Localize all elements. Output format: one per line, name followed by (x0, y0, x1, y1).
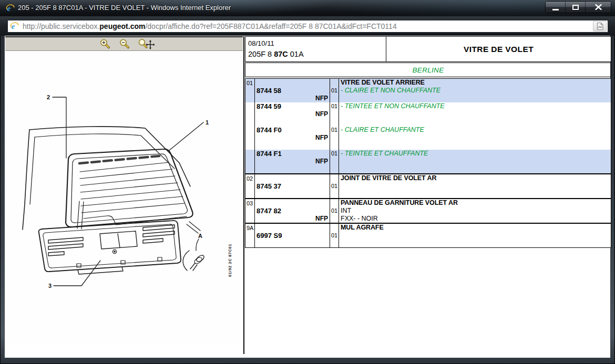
zoom-in-button[interactable] (99, 38, 111, 50)
part-description-2: FXX- - NOIR (339, 215, 611, 223)
parts-group: 028745 3701JOINT DE VITRE DE VOLET AR (245, 174, 611, 199)
parts-group: 038747 82NFP01PANNEAU DE GARNITURE VOLET… (245, 199, 611, 223)
part-diagram[interactable]: 2 1 3 A 01/92 2C 87C01 (5, 51, 243, 345)
browser-window: e 205 - 205F 8 87C01A - VITRE DE VOLET -… (0, 0, 615, 364)
ie-logo-icon: e (6, 4, 15, 13)
group-id: 01 (245, 79, 254, 87)
part-description: - TEINTEE ET NON CHAUFFANTE (339, 102, 611, 110)
part-description: INT (339, 207, 611, 215)
url-path: /docpr/affiche.do?ref=205F887C01A&refaff… (145, 22, 396, 30)
part-qty: 01 (330, 150, 339, 158)
part-qty: 01 (330, 232, 339, 240)
image-toolbar (5, 36, 243, 51)
reference-prefix: 205F 8 (248, 50, 274, 58)
variant-bar: BERLINE (245, 63, 611, 77)
zoom-pan-button[interactable] (138, 38, 155, 50)
close-icon (595, 4, 602, 10)
group-id: 02 (245, 174, 254, 182)
part-number: 8744 58 (255, 87, 330, 95)
document-date: 08/10/11 (248, 38, 386, 48)
group-label: VITRE DE VOLET ARRIERE (339, 79, 611, 87)
callout-3-label: 3 (48, 283, 52, 289)
url-prefix: http://public.servicebox. (23, 22, 99, 30)
part-row: 028745 3701JOINT DE VITRE DE VOLET AR (245, 174, 611, 198)
part-description: - CLAIRE ET CHAUFFANTE (339, 126, 611, 134)
window-title: 205 - 205F 8 87C01A - VITRE DE VOLET - W… (18, 4, 231, 12)
nfp-flag: NFP (255, 134, 330, 142)
part-qty: 01 (330, 182, 339, 190)
url-text: http://public.servicebox.peugeot.com/doc… (23, 22, 593, 30)
compatibility-view-button[interactable] (593, 21, 607, 32)
part-description: - TEINTEE ET CHAUFFANTE (339, 150, 611, 158)
zoom-in-icon (99, 38, 111, 50)
broken-page-icon (596, 22, 604, 30)
group-id: 9A (245, 224, 254, 232)
maximize-button[interactable] (566, 2, 586, 13)
close-button[interactable] (586, 2, 611, 13)
document-meta: 08/10/11 205F 8 87C 01A (245, 37, 386, 61)
callout-2-label: 2 (47, 94, 50, 100)
part-number: 8744 F1 (255, 150, 330, 158)
group-label: JOINT DE VITRE DE VOLET AR (339, 174, 611, 182)
part-qty: 01 (330, 207, 339, 215)
part-qty: 01 (330, 126, 339, 134)
parts-groups: 018744 58NFP01VITRE DE VOLET ARRIERE- CL… (245, 78, 611, 248)
reference-plate: 87C (274, 50, 288, 58)
callout-a-label: A (198, 233, 202, 239)
title-bar: e 205 - 205F 8 87C01A - VITRE DE VOLET -… (0, 0, 615, 16)
part-number: 8744 59 (255, 102, 330, 110)
group-label: PANNEAU DE GARNITURE VOLET AR (339, 199, 611, 207)
callout-1-label: 1 (206, 119, 209, 126)
part-row: 8744 F0NFP01- CLAIRE ET CHAUFFANTE (245, 126, 611, 150)
parts-group: 9A6997 S901MUL AGRAFE (245, 223, 611, 248)
plate-code-vertical-label: 01/92 2C 87C01 (228, 244, 232, 277)
address-bar: e http://public.servicebox.peugeot.com/d… (0, 16, 615, 36)
document-title-cell: VITRE DE VOLET (386, 37, 611, 61)
part-row: 8744 F1NFP01- TEINTEE ET CHAUFFANTE (245, 150, 611, 173)
page-title: VITRE DE VOLET (464, 45, 534, 54)
group-label: MUL AGRAFE (339, 224, 611, 232)
panel-divider (243, 36, 244, 354)
variant-label: BERLINE (413, 66, 444, 74)
group-id: 03 (245, 199, 254, 207)
url-domain: peugeot.com (99, 22, 145, 30)
parts-group: 018744 58NFP01VITRE DE VOLET ARRIERE- CL… (245, 78, 611, 174)
minimize-button[interactable] (546, 2, 566, 13)
nfp-flag: NFP (255, 158, 330, 165)
part-number: 8745 37 (255, 182, 330, 190)
document-reference: 205F 8 87C 01A (248, 48, 386, 60)
nfp-flag: NFP (255, 215, 330, 223)
page-content: 2 1 3 A 01/92 2C 87C01 08/10/11 205F 8 8… (4, 36, 611, 358)
part-number: 8747 82 (255, 207, 330, 215)
reference-suffix: 01A (288, 50, 304, 58)
nfp-flag: NFP (255, 110, 330, 118)
zoom-out-button[interactable] (118, 38, 131, 50)
part-qty: 01 (330, 102, 339, 110)
part-row: 018744 58NFP01VITRE DE VOLET ARRIERE- CL… (245, 79, 611, 102)
minimize-icon (552, 9, 559, 11)
zoom-out-icon (119, 38, 130, 50)
part-description: - CLAIRE ET NON CHAUFFANTE (339, 87, 611, 95)
window-controls (545, 1, 611, 13)
part-qty: 01 (330, 87, 339, 95)
page-favicon-ie-icon: e (10, 22, 19, 31)
part-row: 8744 59NFP01- TEINTEE ET NON CHAUFFANTE (245, 102, 611, 126)
address-input[interactable]: e http://public.servicebox.peugeot.com/d… (7, 20, 608, 33)
part-row: 9A6997 S901MUL AGRAFE (245, 224, 611, 247)
nfp-flag: NFP (255, 95, 330, 102)
zoom-pan-icon (138, 38, 155, 50)
parts-panel: 08/10/11 205F 8 87C 01A VITRE DE VOLET B… (245, 36, 611, 248)
document-header: 08/10/11 205F 8 87C 01A VITRE DE VOLET (245, 36, 611, 62)
part-row: 038747 82NFP01PANNEAU DE GARNITURE VOLET… (245, 199, 611, 223)
maximize-icon (572, 5, 579, 10)
part-number: 8744 F0 (255, 126, 330, 134)
part-number: 6997 S9 (255, 232, 330, 240)
